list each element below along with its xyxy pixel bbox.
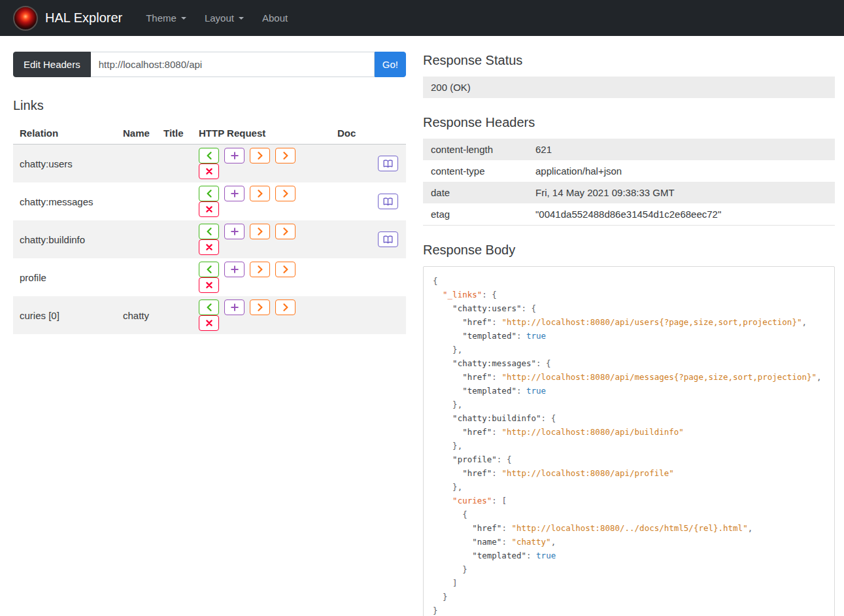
post-request-button[interactable]	[224, 148, 245, 163]
json-line: "href": "http://localhost:8080/api/build…	[433, 425, 825, 439]
delete-request-button[interactable]	[199, 201, 219, 217]
json-line: "chatty:messages": {	[433, 356, 825, 370]
link-relation: chatty:messages	[13, 182, 116, 220]
delete-request-button[interactable]	[199, 163, 219, 179]
json-line: {	[433, 507, 825, 521]
hal-eye-logo-icon	[13, 6, 38, 31]
response-status-heading: Response Status	[423, 52, 835, 69]
delete-request-button[interactable]	[199, 277, 219, 293]
json-line: "curies": [	[433, 494, 825, 507]
http-request-buttons	[192, 220, 331, 258]
put-request-button[interactable]	[250, 299, 270, 315]
request-panel: Edit Headers Go! Links RelationNameTitle…	[13, 52, 406, 334]
json-line: },	[433, 480, 825, 494]
doc-button[interactable]	[378, 231, 398, 247]
response-header-row-date: dateFri, 14 May 2021 09:38:33 GMT	[423, 182, 835, 203]
response-panel: Response Status 200 (OK) Response Header…	[423, 52, 835, 616]
url-input[interactable]	[91, 52, 375, 77]
get-request-button[interactable]	[199, 148, 219, 163]
link-row-chatty-messages: chatty:messages	[13, 182, 406, 220]
patch-request-button[interactable]	[275, 299, 295, 315]
json-line: "templated": true	[433, 329, 825, 343]
column-header-title: Title	[157, 122, 192, 145]
put-request-button[interactable]	[250, 186, 270, 201]
chevron-down-icon	[239, 17, 244, 20]
post-request-button[interactable]	[224, 186, 245, 201]
link-row-curies-0: curies [0]chatty	[13, 296, 406, 334]
get-request-button[interactable]	[199, 299, 219, 315]
navbar-menu: ThemeLayoutAbout	[137, 0, 297, 36]
delete-request-button[interactable]	[199, 239, 219, 255]
link-name	[116, 220, 157, 258]
links-table: RelationNameTitleHTTP RequestDoc chatty:…	[13, 122, 406, 334]
get-request-button[interactable]	[199, 224, 219, 239]
json-line: "profile": {	[433, 453, 825, 466]
link-relation: curies [0]	[13, 296, 116, 334]
header-value: 621	[528, 139, 835, 160]
json-line: },	[433, 439, 825, 453]
patch-request-button[interactable]	[275, 186, 295, 201]
patch-request-button[interactable]	[275, 224, 295, 239]
json-line: }	[433, 590, 825, 604]
doc-button[interactable]	[378, 194, 398, 209]
json-line: "href": "http://localhost:8080/api/messa…	[433, 370, 825, 384]
delete-request-button[interactable]	[199, 315, 219, 331]
header-name: content-type	[423, 160, 528, 182]
json-line: },	[433, 343, 825, 356]
link-name	[116, 145, 157, 183]
put-request-button[interactable]	[250, 148, 270, 163]
post-request-button[interactable]	[224, 299, 245, 315]
response-status-value: 200 (OK)	[423, 77, 835, 98]
nav-item-layout[interactable]: Layout	[195, 12, 253, 24]
patch-request-button[interactable]	[275, 148, 295, 163]
link-title	[157, 258, 192, 296]
post-request-button[interactable]	[224, 262, 245, 277]
get-request-button[interactable]	[199, 262, 219, 277]
get-request-button[interactable]	[199, 186, 219, 201]
nav-item-theme[interactable]: Theme	[137, 12, 195, 24]
json-line: {	[433, 274, 825, 288]
patch-request-button[interactable]	[275, 262, 295, 277]
doc-cell	[331, 220, 406, 258]
main-content: Edit Headers Go! Links RelationNameTitle…	[0, 36, 844, 616]
response-header-row-etag: etag"0041da552488d86e31454d1c2e68eec72"	[423, 203, 835, 226]
doc-cell	[331, 145, 406, 183]
nav-item-about[interactable]: About	[253, 12, 297, 24]
json-line: "_links": {	[433, 288, 825, 301]
json-line: }	[433, 562, 825, 576]
go-button[interactable]: Go!	[375, 52, 406, 77]
app-title[interactable]: HAL Explorer	[45, 10, 122, 26]
link-row-chatty-buildinfo: chatty:buildinfo	[13, 220, 406, 258]
doc-button[interactable]	[378, 156, 398, 171]
post-request-button[interactable]	[224, 224, 245, 239]
http-request-buttons	[192, 145, 331, 183]
edit-headers-button[interactable]: Edit Headers	[13, 52, 91, 77]
column-header-http-request: HTTP Request	[192, 122, 331, 145]
link-name	[116, 258, 157, 296]
http-request-buttons	[192, 182, 331, 220]
header-name: etag	[423, 203, 528, 226]
link-relation: chatty:users	[13, 145, 116, 183]
http-request-buttons	[192, 258, 331, 296]
json-line: "chatty:buildinfo": {	[433, 411, 825, 425]
column-header-doc: Doc	[331, 122, 406, 145]
response-headers-heading: Response Headers	[423, 114, 835, 131]
json-line: "templated": true	[433, 549, 825, 562]
header-value: application/hal+json	[528, 160, 835, 182]
link-name	[116, 182, 157, 220]
doc-cell	[331, 258, 406, 296]
column-header-relation: Relation	[13, 122, 116, 145]
put-request-button[interactable]	[250, 262, 270, 277]
request-bar: Edit Headers Go!	[13, 52, 406, 77]
json-line: "templated": true	[433, 384, 825, 398]
link-title	[157, 220, 192, 258]
put-request-button[interactable]	[250, 224, 270, 239]
links-heading: Links	[13, 97, 406, 114]
json-line: "name": "chatty",	[433, 535, 825, 549]
header-name: content-length	[423, 139, 528, 160]
json-line: "chatty:users": {	[433, 301, 825, 315]
link-title	[157, 296, 192, 334]
link-relation: chatty:buildinfo	[13, 220, 116, 258]
json-line: },	[433, 398, 825, 411]
http-request-buttons	[192, 296, 331, 334]
